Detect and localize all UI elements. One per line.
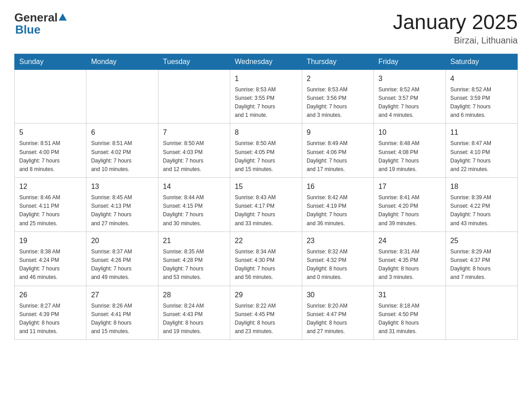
calendar-cell: 11Sunrise: 8:47 AMSunset: 4:10 PMDayligh… [446, 124, 517, 178]
svg-marker-0 [59, 13, 67, 21]
day-info: Sunrise: 8:51 AMSunset: 4:00 PMDaylight:… [19, 139, 82, 174]
page-header: General Blue January 2025 Birzai, Lithua… [14, 11, 518, 46]
calendar-cell: 18Sunrise: 8:39 AMSunset: 4:22 PMDayligh… [446, 178, 517, 232]
calendar-cell: 29Sunrise: 8:22 AMSunset: 4:45 PMDayligh… [230, 286, 302, 340]
logo-blue-text: Blue [15, 23, 40, 37]
calendar-cell: 27Sunrise: 8:26 AMSunset: 4:41 PMDayligh… [86, 286, 158, 340]
day-info: Sunrise: 8:27 AMSunset: 4:39 PMDaylight:… [19, 302, 82, 336]
calendar-cell: 10Sunrise: 8:48 AMSunset: 4:08 PMDayligh… [374, 124, 446, 178]
day-number: 2 [307, 73, 369, 84]
calendar-cell: 16Sunrise: 8:42 AMSunset: 4:19 PMDayligh… [302, 178, 373, 232]
day-info: Sunrise: 8:41 AMSunset: 4:20 PMDaylight:… [378, 193, 441, 228]
day-info: Sunrise: 8:34 AMSunset: 4:30 PMDaylight:… [235, 248, 297, 282]
day-number: 6 [91, 127, 153, 138]
calendar-cell: 7Sunrise: 8:50 AMSunset: 4:03 PMDaylight… [158, 124, 230, 178]
calendar-cell: 15Sunrise: 8:43 AMSunset: 4:17 PMDayligh… [230, 178, 302, 232]
calendar-cell: 3Sunrise: 8:52 AMSunset: 3:57 PMDaylight… [374, 69, 446, 124]
day-number: 3 [378, 73, 441, 84]
week-row-5: 26Sunrise: 8:27 AMSunset: 4:39 PMDayligh… [15, 286, 518, 340]
calendar-cell: 1Sunrise: 8:53 AMSunset: 3:55 PMDaylight… [230, 69, 302, 124]
day-number: 7 [163, 127, 225, 138]
day-info: Sunrise: 8:22 AMSunset: 4:45 PMDaylight:… [235, 302, 297, 336]
col-saturday: Saturday [446, 54, 517, 69]
day-number: 27 [91, 290, 153, 300]
day-number: 11 [450, 127, 513, 138]
calendar-cell: 5Sunrise: 8:51 AMSunset: 4:00 PMDaylight… [15, 124, 86, 178]
col-friday: Friday [374, 54, 446, 69]
col-tuesday: Tuesday [158, 54, 230, 69]
week-row-2: 5Sunrise: 8:51 AMSunset: 4:00 PMDaylight… [15, 124, 518, 178]
day-number: 26 [19, 290, 82, 300]
day-number: 29 [235, 290, 297, 300]
calendar-cell: 19Sunrise: 8:38 AMSunset: 4:24 PMDayligh… [15, 231, 86, 286]
day-number: 4 [450, 73, 513, 84]
logo-triangle-icon [59, 13, 67, 21]
day-info: Sunrise: 8:49 AMSunset: 4:06 PMDaylight:… [307, 139, 369, 174]
day-number: 13 [91, 181, 153, 192]
day-info: Sunrise: 8:42 AMSunset: 4:19 PMDaylight:… [307, 193, 369, 228]
calendar-cell: 21Sunrise: 8:35 AMSunset: 4:28 PMDayligh… [158, 231, 230, 286]
day-info: Sunrise: 8:31 AMSunset: 4:35 PMDaylight:… [378, 248, 441, 282]
day-number: 5 [19, 127, 82, 138]
day-number: 17 [378, 181, 441, 192]
title-area: January 2025 Birzai, Lithuania [393, 11, 518, 46]
day-number: 21 [163, 235, 225, 246]
calendar-table: Sunday Monday Tuesday Wednesday Thursday… [14, 54, 518, 340]
calendar-cell [158, 69, 230, 124]
week-row-1: 1Sunrise: 8:53 AMSunset: 3:55 PMDaylight… [15, 69, 518, 124]
calendar-body: 1Sunrise: 8:53 AMSunset: 3:55 PMDaylight… [15, 69, 518, 340]
day-info: Sunrise: 8:53 AMSunset: 3:56 PMDaylight:… [307, 86, 369, 120]
day-info: Sunrise: 8:32 AMSunset: 4:32 PMDaylight:… [307, 248, 369, 282]
calendar-cell: 6Sunrise: 8:51 AMSunset: 4:02 PMDaylight… [86, 124, 158, 178]
day-number: 30 [307, 290, 369, 300]
day-info: Sunrise: 8:29 AMSunset: 4:37 PMDaylight:… [450, 248, 513, 282]
calendar-cell [15, 69, 86, 124]
calendar-cell: 20Sunrise: 8:37 AMSunset: 4:26 PMDayligh… [86, 231, 158, 286]
calendar-cell: 9Sunrise: 8:49 AMSunset: 4:06 PMDaylight… [302, 124, 373, 178]
day-number: 14 [163, 181, 225, 192]
col-thursday: Thursday [302, 54, 373, 69]
calendar-cell: 13Sunrise: 8:45 AMSunset: 4:13 PMDayligh… [86, 178, 158, 232]
day-number: 22 [235, 235, 297, 246]
day-number: 10 [378, 127, 441, 138]
day-info: Sunrise: 8:26 AMSunset: 4:41 PMDaylight:… [91, 302, 153, 336]
calendar-cell: 22Sunrise: 8:34 AMSunset: 4:30 PMDayligh… [230, 231, 302, 286]
day-number: 25 [450, 235, 513, 246]
calendar-header: Sunday Monday Tuesday Wednesday Thursday… [15, 54, 518, 69]
day-number: 18 [450, 181, 513, 192]
calendar-cell: 17Sunrise: 8:41 AMSunset: 4:20 PMDayligh… [374, 178, 446, 232]
day-info: Sunrise: 8:43 AMSunset: 4:17 PMDaylight:… [235, 193, 297, 228]
day-info: Sunrise: 8:47 AMSunset: 4:10 PMDaylight:… [450, 139, 513, 174]
day-number: 1 [235, 73, 297, 84]
day-number: 12 [19, 181, 82, 192]
day-info: Sunrise: 8:52 AMSunset: 3:57 PMDaylight:… [378, 86, 441, 120]
day-info: Sunrise: 8:50 AMSunset: 4:05 PMDaylight:… [235, 139, 297, 174]
day-number: 20 [91, 235, 153, 246]
calendar-cell: 23Sunrise: 8:32 AMSunset: 4:32 PMDayligh… [302, 231, 373, 286]
day-number: 9 [307, 127, 369, 138]
day-number: 15 [235, 181, 297, 192]
calendar-cell: 2Sunrise: 8:53 AMSunset: 3:56 PMDaylight… [302, 69, 373, 124]
day-number: 8 [235, 127, 297, 138]
logo: General Blue [14, 11, 67, 37]
day-info: Sunrise: 8:35 AMSunset: 4:28 PMDaylight:… [163, 248, 225, 282]
day-info: Sunrise: 8:37 AMSunset: 4:26 PMDaylight:… [91, 248, 153, 282]
calendar-cell: 4Sunrise: 8:52 AMSunset: 3:59 PMDaylight… [446, 69, 517, 124]
calendar-cell: 24Sunrise: 8:31 AMSunset: 4:35 PMDayligh… [374, 231, 446, 286]
month-title: January 2025 [393, 11, 518, 34]
day-info: Sunrise: 8:38 AMSunset: 4:24 PMDaylight:… [19, 248, 82, 282]
day-number: 16 [307, 181, 369, 192]
col-sunday: Sunday [15, 54, 86, 69]
week-row-3: 12Sunrise: 8:46 AMSunset: 4:11 PMDayligh… [15, 178, 518, 232]
day-info: Sunrise: 8:18 AMSunset: 4:50 PMDaylight:… [378, 302, 441, 336]
day-info: Sunrise: 8:46 AMSunset: 4:11 PMDaylight:… [19, 193, 82, 228]
week-row-4: 19Sunrise: 8:38 AMSunset: 4:24 PMDayligh… [15, 231, 518, 286]
day-info: Sunrise: 8:44 AMSunset: 4:15 PMDaylight:… [163, 193, 225, 228]
day-info: Sunrise: 8:24 AMSunset: 4:43 PMDaylight:… [163, 302, 225, 336]
location-text: Birzai, Lithuania [393, 35, 518, 46]
day-info: Sunrise: 8:52 AMSunset: 3:59 PMDaylight:… [450, 86, 513, 120]
calendar-cell: 31Sunrise: 8:18 AMSunset: 4:50 PMDayligh… [374, 286, 446, 340]
day-number: 31 [378, 290, 441, 300]
day-info: Sunrise: 8:50 AMSunset: 4:03 PMDaylight:… [163, 139, 225, 174]
day-info: Sunrise: 8:51 AMSunset: 4:02 PMDaylight:… [91, 139, 153, 174]
